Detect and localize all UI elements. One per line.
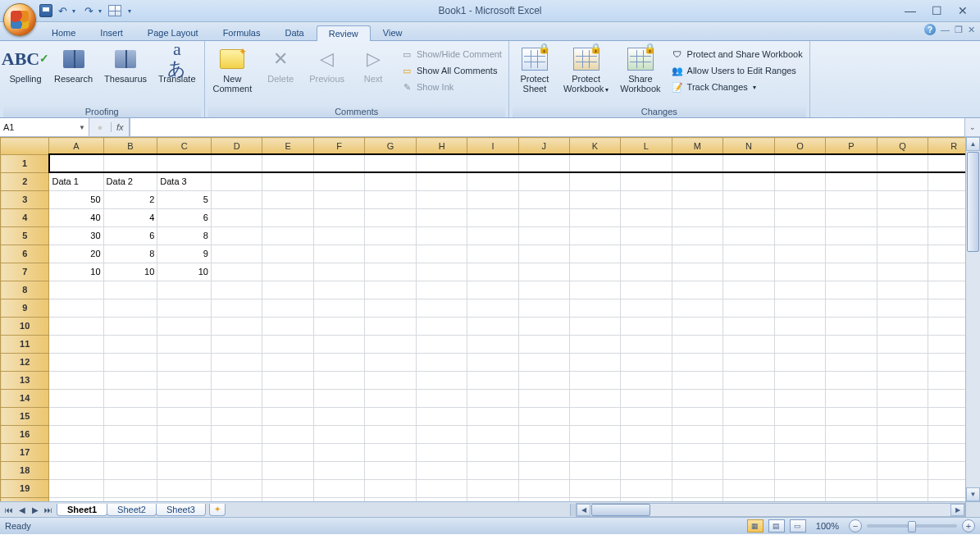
cell-H18[interactable] [416,461,467,479]
cell-Q18[interactable] [877,461,928,479]
mdi-minimize[interactable]: — [941,25,950,34]
cell-I5[interactable] [467,226,518,245]
cell-F9[interactable] [313,299,364,317]
tab-formulas[interactable]: Formulas [211,25,273,40]
cell-G6[interactable] [365,245,417,263]
cell-Q19[interactable] [877,479,928,497]
cell-C17[interactable] [157,443,212,461]
cell-P1[interactable] [826,154,877,172]
cell-J1[interactable] [518,154,569,172]
cell-P15[interactable] [826,407,877,425]
cell-E11[interactable] [262,335,313,353]
cell-B17[interactable] [103,443,157,461]
redo-dropdown[interactable]: ▾ [98,7,105,15]
cell-I14[interactable] [467,389,518,407]
cell-F18[interactable] [313,461,364,479]
cell-C9[interactable] [157,299,212,317]
tab-insert[interactable]: Insert [88,25,135,40]
row-header-4[interactable]: 4 [1,208,49,226]
cell-H7[interactable] [416,263,467,281]
cell-H15[interactable] [416,407,467,425]
cell-H11[interactable] [416,335,467,353]
cell-J11[interactable] [518,335,569,353]
cell-J2[interactable] [518,172,569,190]
col-header-G[interactable]: G [365,138,417,155]
cell-M8[interactable] [672,281,723,299]
cell-D19[interactable] [211,479,262,497]
cell-J3[interactable] [518,190,569,208]
cell-O5[interactable] [774,226,826,245]
cell-M7[interactable] [672,263,723,281]
normal-view-button[interactable]: ▦ [747,519,763,533]
cell-E4[interactable] [262,208,313,226]
cell-I2[interactable] [467,172,518,190]
cell-C18[interactable] [157,461,212,479]
tab-home[interactable]: Home [39,25,88,40]
cell-A13[interactable] [49,371,103,389]
page-break-view-button[interactable]: ▭ [790,519,806,533]
cell-G17[interactable] [365,443,417,461]
protect-workbook-button[interactable]: Protect Workbook▾ [558,43,613,94]
cell-M11[interactable] [672,335,723,353]
cell-H3[interactable] [416,190,467,208]
cell-J9[interactable] [518,299,569,317]
cell-G15[interactable] [365,407,417,425]
cell-G19[interactable] [365,479,417,497]
cell-L13[interactable] [621,371,672,389]
cell-O4[interactable] [774,208,826,226]
cell-G9[interactable] [365,299,417,317]
cell-A5[interactable]: 30 [49,226,103,245]
translate-button[interactable]: aあ Translate [153,43,200,84]
cell-Q6[interactable] [877,245,928,263]
cell-F3[interactable] [313,190,364,208]
cell-P18[interactable] [826,461,877,479]
cell-F15[interactable] [313,407,364,425]
cell-N11[interactable] [723,335,775,353]
cell-L2[interactable] [621,172,672,190]
cell-D16[interactable] [211,425,262,443]
row-header-1[interactable]: 1 [1,154,49,172]
cell-H1[interactable] [416,154,467,172]
cell-G8[interactable] [365,281,417,299]
cell-Q7[interactable] [877,263,928,281]
row-header-2[interactable]: 2 [1,172,49,190]
cell-M4[interactable] [672,208,723,226]
cell-P14[interactable] [826,389,877,407]
cell-Q5[interactable] [877,226,928,245]
cell-O3[interactable] [774,190,826,208]
cell-J7[interactable] [518,263,569,281]
cell-Q9[interactable] [877,299,928,317]
cell-Q3[interactable] [877,190,928,208]
cell-H2[interactable] [416,172,467,190]
cell-I8[interactable] [467,281,518,299]
cell-J4[interactable] [518,208,569,226]
hscroll-thumb[interactable] [591,504,650,516]
cell-H5[interactable] [416,226,467,245]
cell-F1[interactable] [313,154,364,172]
undo-dropdown[interactable]: ▾ [72,7,79,15]
cell-L7[interactable] [621,263,672,281]
cell-E8[interactable] [262,281,313,299]
cell-C16[interactable] [157,425,212,443]
cell-H6[interactable] [416,245,467,263]
cell-D17[interactable] [211,443,262,461]
cell-K9[interactable] [569,299,620,317]
cell-F17[interactable] [313,443,364,461]
cell-G14[interactable] [365,389,417,407]
cell-N7[interactable] [723,263,775,281]
cell-I17[interactable] [467,443,518,461]
cell-P4[interactable] [826,208,877,226]
col-header-B[interactable]: B [103,138,157,155]
cell-L16[interactable] [621,425,672,443]
cell-A14[interactable] [49,389,103,407]
cell-K14[interactable] [569,389,620,407]
cell-I15[interactable] [467,407,518,425]
cell-D10[interactable] [211,317,262,335]
row-header-9[interactable]: 9 [1,299,49,317]
cell-Q15[interactable] [877,407,928,425]
row-header-3[interactable]: 3 [1,190,49,208]
table-icon[interactable] [108,4,121,17]
cell-C14[interactable] [157,389,212,407]
cell-M6[interactable] [672,245,723,263]
zoom-level[interactable]: 100% [816,521,839,531]
